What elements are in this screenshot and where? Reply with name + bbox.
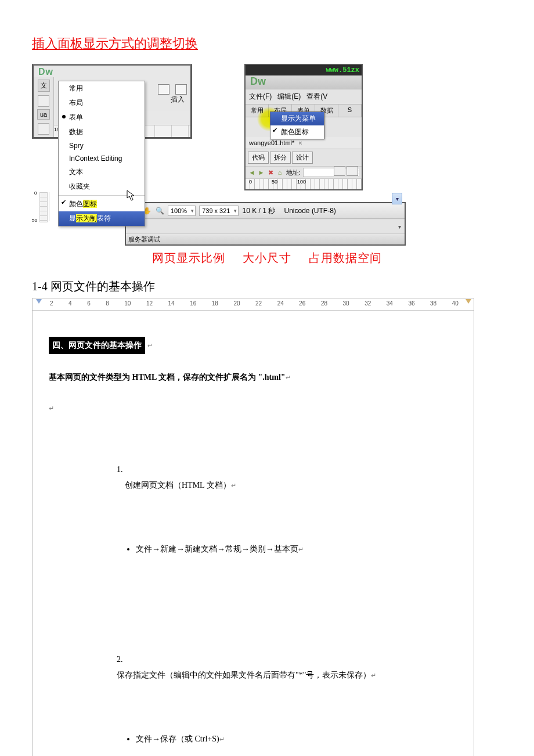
word-ruler[interactable]: 246810121416182022242628303234363840 [33, 298, 474, 311]
vertical-tab-2[interactable]: ua [37, 109, 50, 120]
ruler-tick: 2 [50, 300, 53, 307]
menu-item-label: 表符 [97, 214, 111, 222]
block-heading: 四、网页文件的基本操作 [49, 337, 145, 355]
status-row-3: 服务器调试 [126, 233, 405, 244]
list-title: 保存指定文件（编辑中的文件如果文件名后面带有"*"号，表示未保存） [117, 671, 371, 679]
heading-link: 插入面板显示方式的调整切换 [32, 35, 198, 52]
return-symbol-icon: ↵ [371, 672, 376, 679]
menu-item-label: 显 [69, 214, 76, 222]
return-symbol-icon: ↵ [49, 405, 54, 412]
figure-row: Dw 文 ua 插入 实时代码 [32, 64, 502, 190]
status-bar: ▾ ✋ 🔍 100% 739 x 321 10 K / 1 秒 Unicode … [126, 203, 405, 219]
ruler-tick: 4 [68, 300, 72, 307]
menu-edit[interactable]: 编辑(E) [277, 92, 301, 100]
horizontal-ruler: 0 50 100 [246, 178, 362, 189]
ruler-tick: 6 [87, 300, 91, 307]
section-heading: 1-4 网页文件的基本操作 [32, 279, 502, 294]
zoom-select[interactable]: 100% [168, 206, 196, 216]
menu-file[interactable]: 文件(F) [249, 92, 272, 100]
list-number: 2. [117, 655, 123, 664]
close-icon[interactable]: × [298, 139, 302, 146]
caption-part: 占用数据空间 [309, 251, 382, 264]
return-symbol-icon: ↵ [286, 374, 291, 381]
ruler-tick: 40 [452, 300, 459, 307]
list-number: 1. [117, 465, 123, 474]
editor-content: 四、网页文件的基本操作 ↵ 基本网页的文件类型为 HTML 文档，保存的文件扩展… [33, 311, 474, 756]
home-icon[interactable]: ⌂ [276, 168, 284, 177]
back-icon[interactable]: ◄ [248, 168, 256, 177]
menu-item-label: 颜色 [69, 200, 83, 208]
return-symbol-icon: ↵ [231, 482, 236, 489]
menu-item[interactable]: 数据 [59, 125, 145, 139]
return-symbol-icon: ↵ [298, 546, 304, 553]
caption-part: 网页显示比例 [152, 251, 225, 264]
list-title: 建 [133, 481, 141, 489]
vertical-tab[interactable]: 文 [38, 80, 50, 92]
ruler-tick: 30 [343, 300, 349, 307]
dropdown-triangle-icon[interactable]: ▾ [398, 224, 401, 230]
panel-icon[interactable] [158, 84, 169, 95]
menu-item[interactable]: Spry [59, 139, 145, 152]
menu-item-color-icon[interactable]: 颜色图标 [270, 125, 324, 139]
dimensions-select[interactable]: 739 x 321 [199, 206, 239, 216]
split-view-button[interactable]: 拆分 [270, 152, 291, 164]
ruler-tick: 12 [146, 300, 153, 307]
scroll-down-button[interactable]: ▾ [392, 193, 402, 204]
menu-item[interactable]: 布局 [59, 96, 145, 110]
ruler-tick: 26 [299, 300, 305, 307]
ruler-tick: 20 [233, 300, 240, 307]
panel-icon[interactable] [175, 84, 187, 95]
forward-icon[interactable]: ► [257, 168, 265, 177]
ruler-tick: 100 [297, 179, 306, 185]
vertical-ruler: 0 50 [39, 192, 48, 222]
menu-item-show-as-tabs[interactable]: 显示为制表符 [59, 211, 145, 226]
gutter-icon[interactable] [38, 95, 49, 107]
panel-icon[interactable] [334, 166, 345, 176]
panel-icon[interactable] [347, 166, 358, 176]
menu-item-highlight: 图标 [83, 200, 97, 208]
menu-bar[interactable]: 文件(F) 编辑(E) 查看(V [246, 89, 362, 105]
menu-item[interactable]: 文本 [59, 165, 145, 179]
figure-dw-insert-panel: Dw 文 ua 插入 实时代码 [32, 64, 192, 139]
page-size-label: 10 K / 1 秒 [242, 206, 275, 216]
gutter-icon[interactable] [38, 123, 49, 135]
design-view-button[interactable]: 设计 [292, 152, 313, 164]
ruler-tick: 34 [387, 300, 393, 307]
ruler-tick: 22 [255, 300, 262, 307]
ruler-tick: 18 [212, 300, 218, 307]
document-tab-label: wangye01.html* [249, 139, 294, 146]
ruler-tick: 36 [408, 300, 414, 307]
code-view-button[interactable]: 代码 [248, 152, 269, 164]
menu-item[interactable]: 常用 [59, 81, 145, 96]
encoding-label: Unicode (UTF-8) [284, 207, 336, 215]
list-item: 文件→新建→新建文档→常规→类别→基本页↵ [136, 542, 467, 557]
menu-item-show-as-menu[interactable]: 显示为菜单 [270, 112, 324, 125]
ruler-tick: 0 [249, 179, 252, 185]
ruler-tick: 0 [34, 190, 37, 196]
dw-logo: Dw [246, 75, 362, 89]
title-bar: www.51zx [246, 65, 362, 75]
icon-grid [334, 166, 358, 176]
status-row-2: ▾ [126, 219, 405, 233]
dw-logo: Dw [34, 66, 190, 77]
menu-item-selected[interactable]: 表单 [59, 110, 145, 125]
menu-view[interactable]: 查看(V [306, 92, 327, 100]
menu-item[interactable]: InContext Editing [59, 152, 145, 165]
ruler-tick: 16 [190, 300, 196, 307]
tab-context-menu: 显示为菜单 颜色图标 [270, 111, 324, 139]
ruler-tick: 24 [277, 300, 284, 307]
bullet-icon [62, 115, 66, 118]
ruler-tick: 28 [321, 300, 327, 307]
tab[interactable]: S [338, 105, 362, 117]
return-symbol-icon: ↵ [219, 736, 225, 743]
list-title: 网页文档（HTML 文档） [141, 481, 231, 489]
stop-icon[interactable]: ✖ [266, 168, 275, 177]
return-symbol-icon: ↵ [147, 342, 153, 349]
zoom-tool-icon[interactable]: 🔍 [155, 206, 164, 215]
indent-marker-right-icon[interactable] [466, 299, 471, 304]
highlight-spot [117, 478, 125, 494]
indent-marker-left-icon[interactable] [36, 299, 42, 304]
insert-panel-menu: 常用 布局 表单 数据 Spry InContext Editing 文本 收藏… [58, 81, 145, 226]
red-caption: 网页显示比例 大小尺寸 占用数据空间 [32, 250, 502, 266]
cursor-icon [127, 190, 136, 203]
